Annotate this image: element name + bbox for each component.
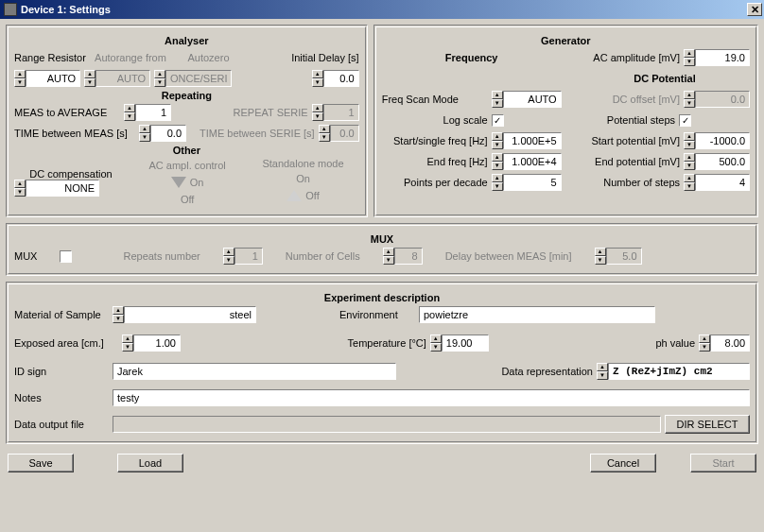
initial-delay-label: Initial Delay [s] (248, 52, 359, 63)
time-between-meas-label: TIME between MEAS [s] (14, 128, 135, 139)
id-sign-field[interactable] (113, 363, 396, 380)
end-potential-spinner[interactable]: ▲▼ (684, 153, 750, 170)
close-button[interactable]: ✕ (747, 3, 762, 16)
repeats-number-spinner: ▲▼ (223, 248, 263, 265)
autorange-from-label: Autorange from (92, 52, 169, 63)
generator-group: Generator Frequency AC amplitude [mV] ▲▼… (373, 25, 758, 217)
meas-avg-spinner[interactable]: ▲▼ (124, 104, 171, 121)
autozero-label: Autozero (173, 52, 244, 63)
points-per-decade-label: Points per decade (382, 177, 488, 188)
save-button[interactable]: Save (8, 454, 74, 472)
material-spinner[interactable]: ▲▼ (113, 306, 256, 323)
ac-amplitude-spinner[interactable]: ▲▼ (684, 49, 750, 66)
range-resistor-label: Range Resistor (14, 52, 88, 63)
mux-heading: MUX (14, 233, 750, 245)
time-between-meas-spinner[interactable]: ▲▼ (139, 125, 186, 142)
standalone-mode-label: Standalone mode (262, 158, 343, 169)
time-between-serie-spinner: ▲▼ (319, 125, 359, 142)
material-label: Material of Sample (14, 309, 109, 320)
temperature-label: Temperature [°C] (348, 337, 426, 349)
potential-steps-label: Potential steps (607, 114, 675, 126)
dc-offset-label: DC offset [mV] (613, 94, 680, 105)
range-resistor-spinner[interactable]: ▲▼ (14, 70, 80, 87)
log-scale-label: Log scale (382, 114, 488, 126)
start-freq-label: Start/single freq [Hz] (382, 135, 488, 146)
ph-label: ph value (655, 337, 695, 349)
start-button: Start (690, 454, 756, 472)
output-file-field (113, 416, 661, 433)
experiment-group: Experiment description Material of Sampl… (6, 282, 758, 444)
ph-spinner[interactable]: ▲▼ (699, 335, 750, 352)
analyser-group: Analyser Range Resistor Autorange from A… (6, 25, 368, 217)
mux-group: MUX MUX Repeats number ▲▼ Number of Cell… (6, 223, 758, 276)
repeating-heading: Repeating (14, 90, 359, 101)
mux-delay-spinner: ▲▼ (595, 248, 642, 265)
analyser-heading: Analyser (14, 35, 359, 46)
dc-comp-label: DC compensation (14, 168, 128, 180)
mux-delay-label: Delay between MEAS [min] (445, 250, 572, 262)
notes-field[interactable] (113, 389, 750, 406)
window-icon (4, 3, 17, 16)
dc-potential-heading: DC Potential (580, 73, 750, 84)
number-of-cells-label: Number of Cells (286, 250, 360, 262)
environment-label: Environment (339, 309, 415, 320)
dc-offset-spinner: ▲▼ (684, 91, 750, 108)
cancel-button[interactable]: Cancel (590, 454, 656, 472)
ac-ampl-control-label: AC ampl. control (149, 160, 226, 171)
exposed-area-spinner[interactable]: ▲▼ (122, 335, 181, 352)
window-title: Device 1: Settings (21, 4, 747, 15)
number-of-steps-label: Number of steps (603, 177, 680, 188)
id-sign-label: ID sign (14, 366, 109, 377)
meas-avg-label: MEAS to AVERAGE (14, 107, 120, 118)
autozero-spinner: ▲▼ (154, 70, 232, 87)
repeat-serie-spinner: ▲▼ (312, 104, 359, 121)
down-arrow-icon (171, 177, 186, 188)
time-between-serie-label: TIME between SERIE [s] (200, 128, 315, 139)
start-freq-spinner[interactable]: ▲▼ (492, 132, 562, 149)
mux-checkbox[interactable] (60, 250, 72, 263)
environment-field[interactable] (419, 306, 655, 323)
end-freq-spinner[interactable]: ▲▼ (492, 153, 562, 170)
start-potential-spinner[interactable]: ▲▼ (684, 132, 750, 149)
load-button[interactable]: Load (117, 454, 183, 472)
autorange-from-spinner: ▲▼ (84, 70, 150, 87)
number-of-cells-spinner: ▲▼ (383, 248, 423, 265)
generator-heading: Generator (382, 35, 750, 46)
mux-label: MUX (14, 250, 37, 262)
points-per-decade-spinner[interactable]: ▲▼ (492, 174, 562, 191)
end-potential-label: End potential [mV] (595, 156, 680, 167)
frequency-heading: Frequency (382, 52, 562, 63)
end-freq-label: End freq [Hz] (382, 156, 488, 167)
output-file-label: Data output file (14, 419, 109, 430)
data-repr-spinner[interactable]: ▲▼ (597, 363, 750, 380)
temperature-spinner[interactable]: ▲▼ (430, 335, 489, 352)
up-arrow-icon (286, 190, 302, 201)
data-repr-label: Data representation (501, 366, 593, 377)
start-potential-label: Start potential [mV] (591, 135, 680, 146)
exposed-area-label: Exposed area [cm.] (14, 337, 118, 349)
freq-scan-mode-label: Freq Scan Mode (382, 94, 488, 105)
notes-label: Notes (14, 392, 109, 403)
repeat-serie-label: REPEAT SERIE (234, 107, 308, 118)
potential-steps-checkbox[interactable]: ✓ (679, 114, 691, 127)
initial-delay-spinner[interactable]: ▲▼ (312, 70, 359, 87)
titlebar: Device 1: Settings ✕ (0, 0, 764, 19)
repeats-number-label: Repeats number (123, 250, 200, 262)
dc-comp-spinner[interactable]: ▲▼ (14, 180, 128, 197)
freq-scan-mode-spinner[interactable]: ▲▼ (492, 91, 562, 108)
dir-select-button[interactable]: DIR SELECT (665, 415, 750, 434)
ac-amplitude-label: AC amplitude [mV] (593, 52, 680, 63)
other-heading: Other (14, 145, 359, 156)
log-scale-checkbox[interactable]: ✓ (492, 114, 504, 127)
experiment-heading: Experiment description (14, 292, 750, 303)
number-of-steps-spinner[interactable]: ▲▼ (684, 174, 750, 191)
